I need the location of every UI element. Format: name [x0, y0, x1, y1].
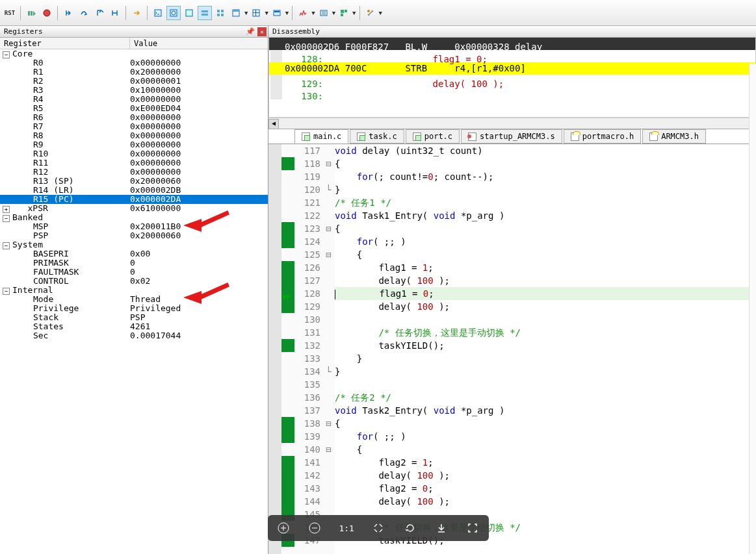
- register-row[interactable]: R50xE000ED04: [0, 104, 268, 113]
- code-line[interactable]: delay( 100 );: [335, 274, 756, 287]
- horizontal-scrollbar[interactable]: ◀: [268, 118, 756, 129]
- register-row[interactable]: FAULTMASK0: [0, 268, 268, 277]
- fold-marker[interactable]: ⊟: [326, 157, 335, 170]
- step-button[interactable]: [61, 6, 75, 20]
- code-line[interactable]: for(; count!=0; count--);: [335, 170, 756, 183]
- register-row[interactable]: R10x20000000: [0, 68, 268, 77]
- register-row[interactable]: R110x00000000: [0, 158, 268, 168]
- fold-marker[interactable]: [326, 430, 335, 443]
- code-line[interactable]: void Task2_Entry( void *p_arg ): [335, 404, 756, 417]
- register-tree[interactable]: −Core R00x00000000 R10x20000000 R20x0000…: [0, 49, 268, 554]
- fold-marker[interactable]: [326, 300, 335, 313]
- call-stack-window-button[interactable]: [213, 6, 228, 20]
- editor-fold-gutter[interactable]: ⊟└⊟⊟└⊟⊟: [326, 144, 335, 554]
- fold-marker[interactable]: [326, 196, 335, 209]
- expand-icon[interactable]: [371, 521, 385, 535]
- tree-toggle[interactable]: +: [3, 206, 10, 213]
- code-line[interactable]: for( ;; ): [335, 235, 756, 248]
- code-line[interactable]: {: [335, 443, 756, 456]
- fold-marker[interactable]: ⊟: [326, 222, 335, 235]
- dropdown-arrow-icon[interactable]: ▼: [379, 10, 382, 16]
- toolbox-button[interactable]: [363, 6, 378, 20]
- register-row[interactable]: PRIMASK0: [0, 258, 268, 268]
- code-line[interactable]: {: [335, 222, 756, 235]
- fold-marker[interactable]: [326, 352, 335, 365]
- zoom-out-icon[interactable]: [307, 521, 322, 535]
- show-next-statement-button[interactable]: [129, 6, 144, 20]
- run-button[interactable]: [24, 6, 38, 20]
- analyzer-window-button[interactable]: [296, 6, 310, 20]
- fold-marker[interactable]: [326, 287, 335, 300]
- register-row[interactable]: MSP0x200011B0: [0, 222, 268, 231]
- step-out-button[interactable]: [92, 6, 107, 20]
- register-row[interactable]: PrivilegePrivileged: [0, 304, 268, 313]
- fold-marker[interactable]: [326, 144, 335, 157]
- code-line[interactable]: {: [335, 157, 756, 170]
- code-line[interactable]: {: [335, 417, 756, 430]
- code-editor[interactable]: 1171181191201211221231241251261271281291…: [268, 144, 756, 554]
- fold-marker[interactable]: └: [326, 183, 335, 196]
- vertical-scrollbar[interactable]: [749, 64, 756, 554]
- fold-marker[interactable]: [326, 456, 335, 469]
- register-row[interactable]: ModeThread: [0, 295, 268, 304]
- fold-marker[interactable]: [326, 326, 335, 339]
- dropdown-arrow-icon[interactable]: ▼: [285, 10, 289, 16]
- code-line[interactable]: }: [335, 183, 756, 196]
- code-line[interactable]: void delay (uint32_t count): [335, 144, 756, 157]
- dropdown-arrow-icon[interactable]: ▼: [332, 10, 335, 16]
- register-row[interactable]: R14 (LR)0x000002DB: [0, 186, 268, 195]
- code-line[interactable]: flag1 = 0;: [335, 287, 756, 300]
- disasm-line[interactable]: 0x000002D6 F000F827 BL.W 0x00000328 dela…: [269, 38, 755, 50]
- dropdown-arrow-icon[interactable]: ▼: [311, 10, 315, 16]
- code-line[interactable]: [335, 313, 756, 326]
- download-icon[interactable]: [434, 521, 449, 535]
- disassembly-listing[interactable]: 0x000002D6 F000F827 BL.W 0x00000328 dela…: [268, 38, 756, 118]
- register-row[interactable]: R00x00000000: [0, 58, 268, 68]
- fold-marker[interactable]: [326, 391, 335, 404]
- step-over-button[interactable]: [77, 6, 91, 20]
- disasm-line-current[interactable]: 0x000002DA 700C STRB r4,[r1,#0x00]: [269, 62, 755, 75]
- fold-marker[interactable]: ⊟: [326, 417, 335, 430]
- fold-marker[interactable]: [326, 469, 335, 482]
- fold-marker[interactable]: [326, 261, 335, 274]
- register-row[interactable]: PSP0x20000060: [0, 231, 268, 240]
- file-tab[interactable]: task.c: [350, 129, 404, 144]
- code-line[interactable]: }: [335, 365, 756, 378]
- editor-code-area[interactable]: void delay (uint32_t count){ for(; count…: [335, 144, 756, 554]
- dropdown-arrow-icon[interactable]: ▼: [352, 10, 356, 16]
- fold-marker[interactable]: [326, 235, 335, 248]
- fold-marker[interactable]: [326, 209, 335, 222]
- close-icon[interactable]: ✕: [257, 27, 267, 36]
- code-line[interactable]: {: [335, 248, 756, 261]
- disassembly-window-button[interactable]: [166, 6, 181, 20]
- memory-window-button[interactable]: [249, 6, 263, 20]
- register-row[interactable]: R100x00000000: [0, 149, 268, 158]
- code-line[interactable]: /* 任务1 */: [335, 196, 756, 209]
- code-line[interactable]: delay( 100 );: [335, 300, 756, 313]
- fold-marker[interactable]: [326, 339, 335, 352]
- register-row[interactable]: −System: [0, 240, 268, 249]
- stop-button[interactable]: [40, 6, 54, 20]
- register-row[interactable]: BASEPRI0x00: [0, 249, 268, 258]
- fold-marker[interactable]: [326, 378, 335, 391]
- register-row[interactable]: R40x00000000: [0, 95, 268, 104]
- code-line[interactable]: void Task1_Entry( void *p_arg ): [335, 209, 756, 222]
- file-tab[interactable]: main.c: [294, 129, 348, 144]
- register-row[interactable]: R80x00000000: [0, 131, 268, 140]
- code-line[interactable]: taskYIELD();: [335, 339, 756, 352]
- dropdown-arrow-icon[interactable]: ▼: [265, 10, 268, 16]
- register-row[interactable]: R13 (SP)0x20000060: [0, 177, 268, 186]
- system-viewer-button[interactable]: [337, 6, 351, 20]
- disasm-line[interactable]: 129: delay( 100 );: [269, 75, 755, 87]
- register-row[interactable]: States4261: [0, 322, 268, 331]
- registers-window-button[interactable]: [198, 6, 212, 20]
- command-window-button[interactable]: [151, 6, 165, 20]
- fold-marker[interactable]: ⊟: [326, 443, 335, 456]
- fold-marker[interactable]: [326, 313, 335, 326]
- serial-window-button[interactable]: [270, 6, 284, 20]
- fold-marker[interactable]: [326, 274, 335, 287]
- fold-marker[interactable]: └: [326, 365, 335, 378]
- reset-button[interactable]: RST: [3, 6, 17, 20]
- trace-window-button[interactable]: [317, 6, 331, 20]
- code-line[interactable]: /* 任务2 */: [335, 391, 756, 404]
